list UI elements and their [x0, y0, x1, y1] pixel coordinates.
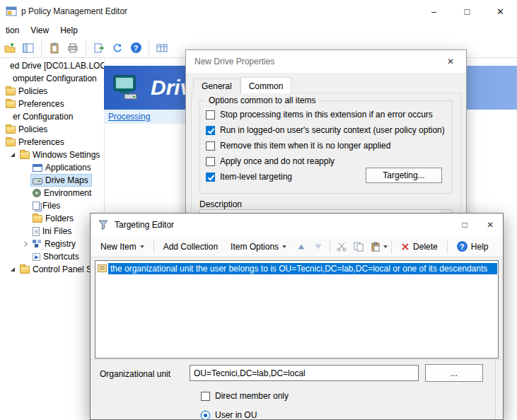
- tree-item-drive-maps[interactable]: Drive Maps: [0, 174, 104, 187]
- export-list-icon[interactable]: [91, 40, 107, 56]
- organizational-unit-input[interactable]: [190, 365, 419, 381]
- tree-item-windows-settings[interactable]: Windows Settings: [0, 148, 104, 161]
- new-item-label: New Item: [100, 242, 136, 252]
- tree-item-preferences[interactable]: Preferences: [0, 98, 104, 110]
- tree-item-preferences-user[interactable]: Preferences: [0, 136, 104, 148]
- add-collection-button[interactable]: Add Collection: [158, 238, 223, 255]
- item-options-label: Item Options: [231, 242, 279, 252]
- add-collection-label: Add Collection: [163, 242, 218, 252]
- tab-common[interactable]: Common: [240, 77, 292, 93]
- ini-files-icon: [33, 227, 40, 236]
- tree-item-policies[interactable]: Policies: [0, 85, 104, 98]
- refresh-icon[interactable]: [110, 40, 125, 56]
- menu-action[interactable]: tion: [0, 24, 25, 37]
- targeting-items-list[interactable]: the organizational unit the user belongs…: [95, 260, 499, 358]
- minimize-button[interactable]: –: [417, 0, 451, 23]
- dialog-titlebar: Targeting Editor □ ✕: [91, 214, 503, 236]
- tree-item-label: Registry: [45, 239, 76, 249]
- menu-help[interactable]: Help: [54, 24, 83, 37]
- help-button[interactable]: ? Help: [451, 238, 494, 255]
- dialog-titlebar: New Drive Properties ✕: [186, 50, 466, 73]
- tab-panel-common: Options common to all items Stop process…: [191, 93, 461, 223]
- folder-icon: [6, 100, 16, 108]
- browse-button[interactable]: ...: [425, 364, 483, 382]
- environment-icon: [33, 189, 41, 197]
- option-label: Run in logged-on user's security context…: [220, 125, 445, 135]
- help-label: Help: [471, 242, 489, 252]
- folder-icon: [20, 266, 30, 274]
- tree-item-label: Preferences: [18, 99, 64, 109]
- new-item-button[interactable]: New Item: [95, 238, 150, 255]
- targeting-button[interactable]: Targeting...: [366, 168, 442, 183]
- move-down-icon[interactable]: [310, 238, 326, 255]
- chevron-down-icon[interactable]: [383, 245, 388, 248]
- description-label: Description: [199, 199, 242, 209]
- tree-collapsed-arrow-icon[interactable]: [23, 241, 28, 247]
- tree: ed Drive [DC01.LAB.LOCA omputer Configur…: [0, 59, 104, 276]
- delete-label: Delete: [413, 242, 438, 252]
- tree-item-computer-configuration[interactable]: omputer Configuration: [0, 72, 104, 85]
- tree-item-root-gpo[interactable]: ed Drive [DC01.LAB.LOCA: [0, 59, 104, 72]
- tree-item-applications[interactable]: Applications: [0, 161, 104, 174]
- list-item-selected[interactable]: the organizational unit the user belongs…: [95, 262, 498, 274]
- targeting-toolbar: New Item Add Collection Item Options: [91, 236, 503, 257]
- option-apply-once[interactable]: Apply once and do not reapply: [206, 156, 335, 166]
- maximize-button[interactable]: □: [451, 0, 484, 23]
- checkbox-unchecked[interactable]: [201, 392, 210, 401]
- tree-expanded-arrow-icon[interactable]: [10, 152, 16, 158]
- tree-item-registry[interactable]: Registry: [0, 238, 104, 250]
- option-stop-processing[interactable]: Stop processing items in this extension …: [206, 110, 433, 119]
- cut-icon[interactable]: [334, 238, 349, 255]
- tree-item-policies-user[interactable]: Policies: [0, 123, 104, 136]
- tree-item-user-configuration[interactable]: er Configuration: [0, 110, 104, 123]
- tree-item-control-panel-settings[interactable]: Control Panel Sett: [0, 263, 104, 276]
- screen: p Policy Management Editor – □ ✕ tion Vi…: [0, 0, 517, 420]
- folder-up-icon[interactable]: [2, 40, 18, 56]
- tree-expanded-arrow-icon[interactable]: [10, 267, 16, 272]
- tree-item-files[interactable]: Files: [0, 199, 104, 212]
- shortcuts-icon: [33, 253, 40, 261]
- checkbox-unchecked[interactable]: [206, 141, 215, 151]
- toolbar-separator: [153, 240, 154, 254]
- checkbox-checked[interactable]: [206, 173, 215, 182]
- user-in-ou-option[interactable]: User in OU: [201, 410, 257, 420]
- console-tree-icon[interactable]: [21, 40, 36, 56]
- option-item-level-targeting[interactable]: Item-level targeting: [206, 172, 292, 182]
- tree-item-ini-files[interactable]: Ini Files: [0, 225, 104, 238]
- item-options-button[interactable]: Item Options: [225, 238, 292, 255]
- close-icon[interactable]: ✕: [477, 214, 503, 236]
- console-tree-pane: ed Drive [DC01.LAB.LOCA omputer Configur…: [0, 58, 104, 420]
- option-run-in-user-context[interactable]: Run in logged-on user's security context…: [206, 125, 445, 135]
- delete-button[interactable]: Delete: [395, 238, 443, 255]
- tree-item-label: er Configuration: [13, 112, 73, 122]
- tree-item-folders[interactable]: Folders: [0, 212, 104, 225]
- close-icon[interactable]: ✕: [436, 50, 465, 73]
- printer-icon[interactable]: [65, 40, 81, 56]
- tree-item-shortcuts[interactable]: Shortcuts: [0, 250, 104, 263]
- option-label: Apply once and do not reapply: [220, 156, 335, 166]
- toolbar-separator: [391, 240, 392, 254]
- direct-member-only-option[interactable]: Direct member only: [201, 391, 289, 401]
- checkbox-unchecked[interactable]: [206, 110, 215, 119]
- copy-icon[interactable]: [351, 238, 366, 255]
- menu-view[interactable]: View: [25, 24, 54, 37]
- columns-icon[interactable]: [154, 40, 170, 56]
- tree-item-environment[interactable]: Environment: [0, 187, 104, 199]
- tree-item-label: Applications: [45, 163, 91, 173]
- option-label: Item-level targeting: [220, 172, 292, 182]
- paste-icon[interactable]: [368, 238, 383, 255]
- help-icon[interactable]: ?: [128, 40, 144, 56]
- checkbox-unchecked[interactable]: [206, 157, 215, 166]
- move-up-icon[interactable]: [294, 238, 309, 255]
- group-title: Options common to all items: [206, 95, 318, 105]
- tab-general[interactable]: General: [193, 78, 240, 93]
- clipboard-icon[interactable]: [47, 40, 62, 56]
- processing-column-header[interactable]: Processing: [104, 110, 186, 124]
- processing-link[interactable]: Processing: [108, 112, 150, 122]
- close-button[interactable]: ✕: [484, 0, 517, 23]
- help-badge-icon: ?: [131, 42, 141, 53]
- option-remove-when-no-longer-applied[interactable]: Remove this item when it is no longer ap…: [206, 141, 390, 151]
- checkbox-checked[interactable]: [206, 126, 215, 135]
- maximize-icon[interactable]: □: [452, 214, 477, 236]
- radio-selected[interactable]: [201, 411, 210, 420]
